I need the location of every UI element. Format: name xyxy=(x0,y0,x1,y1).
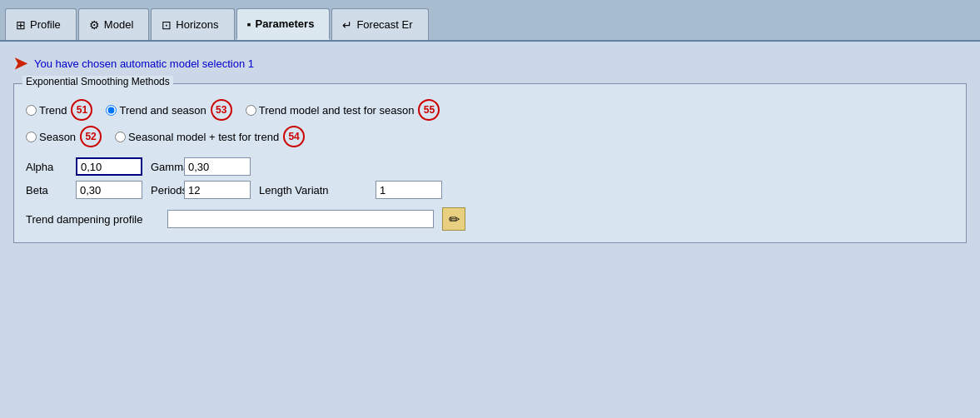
radio-row-1: Trend 51 Trend and season 53 Trend model… xyxy=(26,99,954,121)
periods-input[interactable] xyxy=(184,181,251,199)
length-input[interactable] xyxy=(376,181,442,199)
radio-52[interactable] xyxy=(26,132,37,142)
tab-horizons[interactable]: ⊡ Horizons xyxy=(151,8,234,40)
badge-55: 55 xyxy=(418,99,440,121)
fields-grid: Alpha Gamma Beta Periods per season Leng… xyxy=(26,157,954,199)
radio-row-2: Season 52 Seasonal model + test for tren… xyxy=(26,126,954,147)
tab-forecast[interactable]: ↵ Forecast Er xyxy=(331,8,428,40)
radio-label-51: Trend xyxy=(39,104,67,117)
alpha-label: Alpha xyxy=(26,161,67,173)
beta-label: Beta xyxy=(26,184,67,197)
badge-53: 53 xyxy=(211,99,232,121)
tab-bar: ⊞ Profile ⚙ Model ⊡ Horizons ▪ Parameter… xyxy=(0,0,980,42)
group-title: Exponential Smoothing Methods xyxy=(22,76,173,87)
gamma-input[interactable] xyxy=(184,157,251,176)
periods-label: Periods per season xyxy=(151,184,176,197)
pencil-button[interactable]: ✏ xyxy=(442,207,465,231)
tab-forecast-label: Forecast Er xyxy=(356,18,412,31)
radio-label-53: Trend and season xyxy=(119,104,206,117)
gamma-label: Gamma xyxy=(151,161,176,173)
radio-label-54: Seasonal model + test for trend xyxy=(128,131,279,143)
radio-item-52[interactable]: Season 52 xyxy=(26,126,102,147)
badge-54: 54 xyxy=(283,126,305,147)
tab-profile-label: Profile xyxy=(30,18,61,31)
info-line: ➤ You have chosen automatic model select… xyxy=(13,53,967,73)
length-label: Length Variatn xyxy=(259,184,367,197)
radio-item-51[interactable]: Trend 51 xyxy=(26,99,92,121)
parameters-icon: ▪ xyxy=(247,17,251,31)
trend-dampening-input[interactable] xyxy=(167,210,434,228)
radio-label-55: Trend model and test for season xyxy=(259,104,415,117)
trend-dampening-row: Trend dampening profile ✏ xyxy=(26,207,954,231)
model-icon: ⚙ xyxy=(89,18,100,32)
horizons-icon: ⊡ xyxy=(162,18,172,32)
radio-item-53[interactable]: Trend and season 53 xyxy=(106,99,231,121)
radio-item-54[interactable]: Seasonal model + test for trend 54 xyxy=(115,126,305,147)
arrow-icon: ➤ xyxy=(13,53,27,73)
info-text: You have chosen automatic model selectio… xyxy=(34,57,254,70)
beta-input[interactable] xyxy=(76,181,142,199)
tab-horizons-label: Horizons xyxy=(176,18,218,31)
pencil-icon: ✏ xyxy=(449,211,460,227)
forecast-icon: ↵ xyxy=(342,18,352,32)
badge-51: 51 xyxy=(71,99,92,121)
tab-parameters[interactable]: ▪ Parameters xyxy=(236,8,331,40)
radio-51[interactable] xyxy=(26,105,37,116)
radio-label-52: Season xyxy=(39,131,76,143)
trend-dampening-label: Trend dampening profile xyxy=(26,213,159,226)
main-content: ➤ You have chosen automatic model select… xyxy=(0,42,980,418)
tab-model-label: Model xyxy=(104,18,133,31)
alpha-input[interactable] xyxy=(76,157,142,176)
tab-parameters-label: Parameters xyxy=(256,17,315,30)
radio-53[interactable] xyxy=(106,105,117,116)
radio-55[interactable] xyxy=(246,105,256,116)
badge-52: 52 xyxy=(80,126,102,147)
exponential-smoothing-group: Exponential Smoothing Methods Trend 51 T… xyxy=(13,83,967,243)
radio-item-55[interactable]: Trend model and test for season 55 xyxy=(246,99,440,121)
tab-profile[interactable]: ⊞ Profile xyxy=(5,8,77,40)
tab-model[interactable]: ⚙ Model xyxy=(78,8,149,40)
radio-54[interactable] xyxy=(115,132,126,142)
profile-icon: ⊞ xyxy=(16,18,26,32)
